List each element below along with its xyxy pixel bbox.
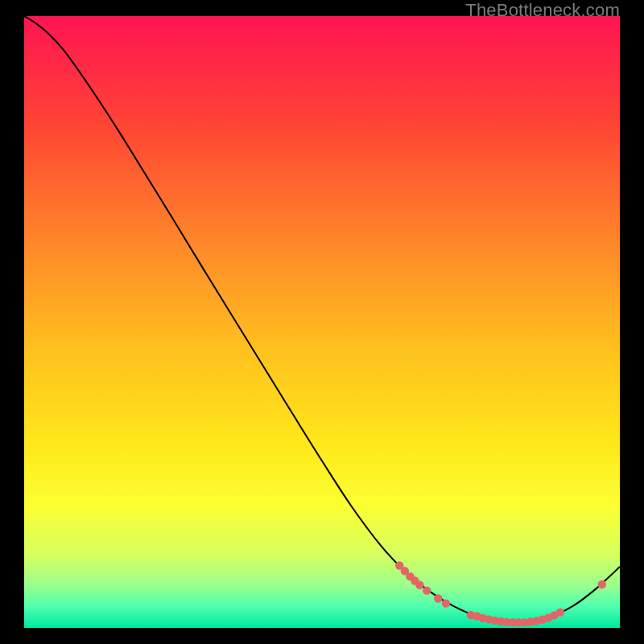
chart-stage: TheBottleneck.com <box>0 0 644 644</box>
data-marker <box>423 586 431 594</box>
data-marker <box>415 581 423 589</box>
data-marker <box>442 599 450 607</box>
data-marker <box>598 580 606 588</box>
data-marker <box>556 608 564 616</box>
data-marker <box>434 594 442 602</box>
gradient-background <box>24 16 620 628</box>
bottleneck-curve-chart <box>24 16 620 628</box>
